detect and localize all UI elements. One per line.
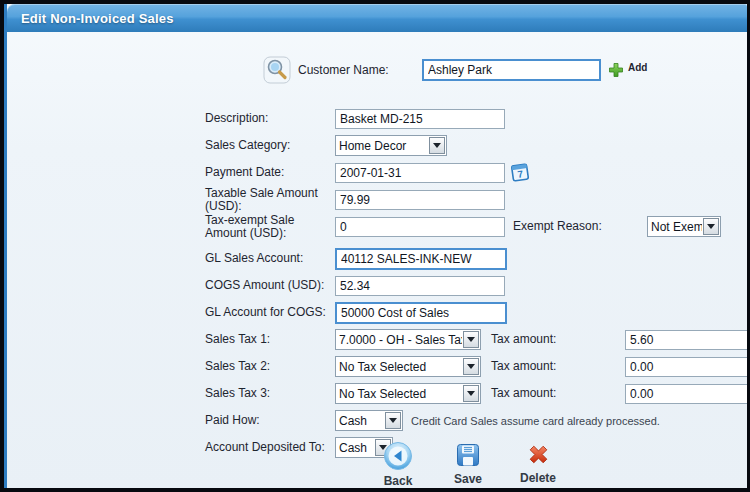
calendar-icon[interactable]: 7 xyxy=(510,162,531,183)
sales-category-select[interactable]: Home Decor xyxy=(335,135,447,156)
tax-amount-2-input[interactable] xyxy=(625,357,747,377)
tax-exempt-row: Tax-exempt Sale Amount (USD): Exempt Rea… xyxy=(205,213,747,240)
sales-tax-3-label: Sales Tax 3: xyxy=(205,387,335,400)
back-icon xyxy=(383,441,413,471)
chevron-down-icon[interactable] xyxy=(429,137,445,154)
edit-non-invoiced-sales-page: Edit Non-Invoiced Sales Customer Name: xyxy=(4,4,747,488)
customer-name-row: Customer Name: Add xyxy=(263,56,647,84)
page-header: Edit Non-Invoiced Sales xyxy=(7,4,747,32)
sales-tax-1-label: Sales Tax 1: xyxy=(205,333,335,346)
tax-amount-1-input[interactable] xyxy=(625,330,747,350)
taxable-amount-label: Taxable Sale Amount (USD): xyxy=(205,187,335,213)
save-icon xyxy=(454,441,482,469)
description-row: Description: xyxy=(205,105,747,132)
sales-tax-1-select[interactable]: 7.0000 - OH - Sales Tax xyxy=(335,329,481,350)
tax-amount-3-input[interactable] xyxy=(625,384,747,404)
chevron-down-icon[interactable] xyxy=(463,385,479,402)
back-button[interactable]: Back xyxy=(370,441,426,488)
sales-tax-2-label: Sales Tax 2: xyxy=(205,360,335,373)
paid-how-note: Credit Card Sales assume card already pr… xyxy=(411,415,660,427)
paid-how-label: Paid How: xyxy=(205,414,335,427)
action-buttons: Back Save xyxy=(370,441,566,488)
taxable-amount-row: Taxable Sale Amount (USD): xyxy=(205,186,747,213)
customer-name-label: Customer Name: xyxy=(298,64,422,77)
gl-sales-account-input[interactable] xyxy=(335,248,507,270)
gl-sales-account-row: GL Sales Account: xyxy=(205,245,747,272)
description-input[interactable] xyxy=(335,109,505,129)
tax-amount-2-label: Tax amount: xyxy=(491,360,621,373)
customer-search-icon[interactable] xyxy=(263,56,291,84)
sales-category-row: Sales Category: Home Decor xyxy=(205,132,747,159)
payment-date-row: Payment Date: 7 xyxy=(205,159,747,186)
sales-tax-3-select[interactable]: No Tax Selected xyxy=(335,383,481,404)
cogs-amount-input[interactable] xyxy=(335,276,505,296)
sales-tax-2-value: No Tax Selected xyxy=(336,360,462,374)
cogs-amount-label: COGS Amount (USD): xyxy=(205,279,335,292)
sales-category-label: Sales Category: xyxy=(205,139,335,152)
exempt-reason-label: Exempt Reason: xyxy=(513,220,643,233)
window-frame: Edit Non-Invoiced Sales Customer Name: xyxy=(0,0,750,492)
sales-tax-3-value: No Tax Selected xyxy=(336,387,462,401)
add-label: Add xyxy=(628,62,647,73)
save-button[interactable]: Save xyxy=(440,441,496,488)
deposited-to-value: Cash xyxy=(336,441,374,455)
sales-tax-1-value: 7.0000 - OH - Sales Tax xyxy=(336,333,462,347)
paid-how-row: Paid How: Cash Credit Card Sales assume … xyxy=(205,407,747,434)
sales-tax-2-select[interactable]: No Tax Selected xyxy=(335,356,481,377)
delete-button[interactable]: Delete xyxy=(510,441,566,488)
customer-name-input[interactable] xyxy=(422,59,601,81)
tax-exempt-label: Tax-exempt Sale Amount (USD): xyxy=(205,214,335,240)
paid-how-select[interactable]: Cash xyxy=(335,410,403,431)
gl-sales-account-label: GL Sales Account: xyxy=(205,252,335,265)
gl-cogs-account-label: GL Account for COGS: xyxy=(205,306,335,319)
payment-date-input[interactable] xyxy=(335,163,505,183)
deposited-to-label: Account Deposited To: xyxy=(205,441,335,454)
exempt-reason-select[interactable]: Not Exempt xyxy=(647,216,721,237)
cogs-amount-row: COGS Amount (USD): xyxy=(205,272,747,299)
description-label: Description: xyxy=(205,112,335,125)
add-customer-button[interactable]: Add xyxy=(607,61,647,79)
chevron-down-icon[interactable] xyxy=(703,218,719,235)
tax-amount-3-label: Tax amount: xyxy=(491,387,621,400)
payment-date-label: Payment Date: xyxy=(205,166,335,179)
save-label: Save xyxy=(454,472,482,486)
chevron-down-icon[interactable] xyxy=(385,412,401,429)
sales-tax-1-row: Sales Tax 1: 7.0000 - OH - Sales Tax Tax… xyxy=(205,326,747,353)
sales-tax-3-row: Sales Tax 3: No Tax Selected Tax amount: xyxy=(205,380,747,407)
delete-x-icon xyxy=(525,441,552,468)
gl-cogs-account-row: GL Account for COGS: xyxy=(205,299,747,326)
delete-label: Delete xyxy=(520,471,556,485)
taxable-amount-input[interactable] xyxy=(335,190,505,210)
sales-tax-2-row: Sales Tax 2: No Tax Selected Tax amount: xyxy=(205,353,747,380)
chevron-down-icon[interactable] xyxy=(463,331,479,348)
tax-exempt-input[interactable] xyxy=(335,217,505,237)
page-title: Edit Non-Invoiced Sales xyxy=(21,11,174,26)
sale-form: Description: Sales Category: Home Decor … xyxy=(205,105,747,461)
green-plus-icon xyxy=(607,61,625,79)
back-label: Back xyxy=(384,474,413,488)
paid-how-value: Cash xyxy=(336,414,384,428)
tax-amount-1-label: Tax amount: xyxy=(491,333,621,346)
chevron-down-icon[interactable] xyxy=(463,358,479,375)
exempt-reason-value: Not Exempt xyxy=(648,220,702,234)
sales-category-value: Home Decor xyxy=(336,139,428,153)
gl-cogs-account-input[interactable] xyxy=(335,302,507,324)
